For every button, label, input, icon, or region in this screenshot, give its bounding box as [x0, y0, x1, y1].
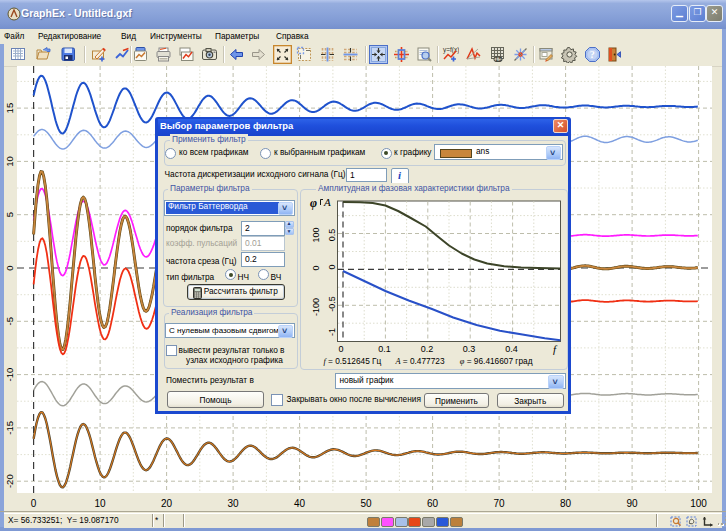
svg-text:y=f(x): y=f(x)	[443, 46, 459, 54]
svg-text:10: 10	[4, 156, 15, 167]
svg-text:60: 60	[427, 498, 439, 509]
svg-text:φ: φ	[310, 196, 317, 210]
svg-text:0: 0	[327, 264, 337, 269]
svg-text:80: 80	[560, 498, 572, 509]
svg-text:0.5: 0.5	[327, 229, 337, 242]
svg-text:0.3: 0.3	[463, 344, 476, 354]
svg-text:-0.5: -0.5	[327, 296, 337, 312]
svg-text:-10: -10	[4, 368, 15, 382]
svg-text:15: 15	[4, 103, 15, 114]
svg-text:20: 20	[161, 498, 173, 509]
svg-text:10: 10	[95, 498, 107, 509]
svg-text:1.5: 1.5	[495, 57, 502, 62]
svg-text:-1: -1	[327, 328, 337, 336]
svg-text:0: 0	[4, 265, 15, 270]
svg-text:-100: -100	[311, 298, 321, 316]
svg-text:f: f	[553, 343, 558, 355]
svg-text:-20: -20	[4, 474, 15, 488]
svg-text:?: ?	[589, 49, 594, 60]
svg-text:0: 0	[338, 344, 343, 354]
svg-text:0: 0	[31, 498, 37, 509]
svg-text:50: 50	[361, 498, 373, 509]
svg-text:0: 0	[311, 265, 321, 270]
svg-text:0.4: 0.4	[505, 344, 518, 354]
svg-text:0.1: 0.1	[378, 344, 391, 354]
svg-text:100: 100	[311, 227, 321, 242]
svg-text:5: 5	[4, 212, 15, 217]
svg-text:100: 100	[690, 498, 707, 509]
svg-text:-5: -5	[4, 317, 15, 325]
svg-text:A: A	[323, 196, 331, 208]
svg-text:30: 30	[228, 498, 240, 509]
svg-text:90: 90	[627, 498, 639, 509]
svg-text:-15: -15	[4, 421, 15, 435]
svg-text:0.2: 0.2	[421, 344, 434, 354]
svg-text:40: 40	[294, 498, 306, 509]
svg-text:70: 70	[494, 498, 506, 509]
